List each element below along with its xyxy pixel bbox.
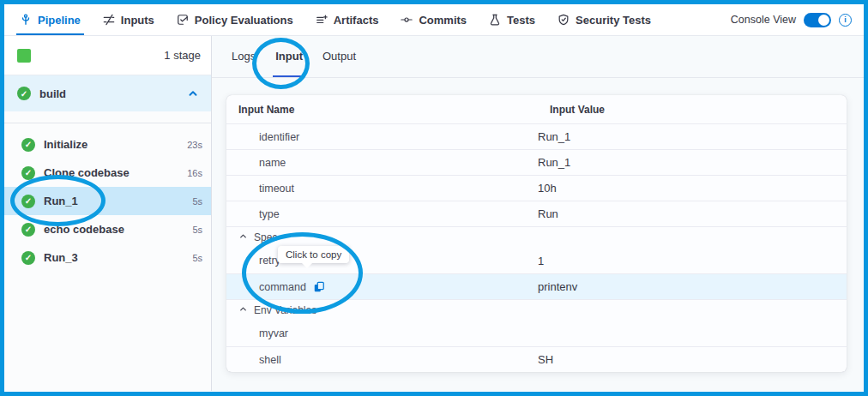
nav-tab-inputs[interactable]: Inputs (103, 4, 154, 35)
stage-row-build[interactable]: ✓ build (4, 75, 211, 111)
pipeline-icon (20, 14, 32, 26)
shield-icon (558, 14, 570, 26)
step-row-clone-codebase[interactable]: ✓ Clone codebase 16s (4, 159, 211, 187)
step-row-run-1[interactable]: ✓ Run_1 5s (4, 187, 211, 215)
step-row-run-3[interactable]: ✓ Run_3 5s (4, 243, 211, 272)
input-table-card: Input Name Input Value identifier Run_1 … (226, 95, 847, 372)
nav-tab-security-tests[interactable]: Security Tests (558, 4, 651, 35)
stage-name: build (39, 87, 66, 100)
console-view-toggle[interactable] (804, 13, 831, 27)
nav-tab-label: Pipeline (38, 14, 81, 27)
table-row-name: name Run_1 (226, 149, 847, 175)
table-header-row: Input Name Input Value (226, 95, 847, 123)
execution-sidebar: 1 stage ✓ build ✓ Initialize 23s ✓ Clone… (4, 36, 212, 391)
table-row-timeout: timeout 10h (226, 175, 847, 201)
step-detail-tabs: Logs Input Output (212, 36, 864, 78)
step-duration: 5s (192, 196, 202, 207)
step-duration: 5s (192, 225, 202, 235)
chevron-up-icon (238, 231, 248, 243)
table-row-identifier: identifier Run_1 (226, 123, 847, 149)
stage-status-square (17, 49, 31, 63)
tab-output[interactable]: Output (320, 50, 359, 77)
success-check-icon: ✓ (17, 87, 31, 100)
table-row-myvar: myvar (226, 321, 847, 346)
table-row-type: type Run (226, 201, 847, 226)
nav-tab-tests[interactable]: Tests (489, 4, 535, 35)
toggle-knob (818, 15, 829, 26)
nav-tab-policy-evaluations[interactable]: Policy Evaluations (177, 4, 293, 35)
success-check-icon: ✓ (21, 251, 35, 265)
step-duration: 16s (187, 168, 202, 178)
console-view-controls: Console View i (731, 4, 852, 35)
success-check-icon: ✓ (21, 195, 35, 208)
app-window: Pipeline Inputs Policy Evaluations Artif… (0, 0, 868, 396)
console-view-label: Console View (731, 14, 796, 26)
click-to-copy-tooltip: Click to copy (278, 246, 349, 263)
table-row-command: command printenv (226, 273, 847, 299)
top-navigation: Pipeline Inputs Policy Evaluations Artif… (4, 4, 864, 36)
artifacts-list-icon (316, 14, 328, 26)
flask-icon (489, 14, 501, 26)
step-row-initialize[interactable]: ✓ Initialize 23s (4, 130, 211, 159)
stage-summary-row: 1 stage (4, 36, 211, 75)
section-row-env-variables[interactable]: Env Variables (226, 299, 847, 321)
step-details-pane: Logs Input Output Input Name Input Value… (212, 36, 864, 391)
inputs-icon (103, 14, 115, 26)
nav-tab-artifacts[interactable]: Artifacts (316, 4, 379, 35)
nav-tab-label: Artifacts (334, 14, 379, 27)
tab-logs[interactable]: Logs (229, 50, 258, 77)
nav-tab-label: Security Tests (576, 14, 651, 27)
nav-tab-label: Inputs (121, 14, 154, 27)
content-area: 1 stage ✓ build ✓ Initialize 23s ✓ Clone… (4, 36, 864, 391)
success-check-icon: ✓ (21, 223, 35, 237)
chevron-up-icon[interactable] (187, 87, 199, 99)
nav-tab-pipeline[interactable]: Pipeline (20, 4, 81, 35)
info-icon[interactable]: i (839, 14, 852, 27)
nav-tab-label: Commits (419, 14, 467, 27)
step-duration: 23s (187, 140, 202, 150)
table-row-shell: shell SH (226, 346, 847, 372)
tab-input[interactable]: Input (273, 50, 305, 77)
step-duration: 5s (192, 253, 202, 263)
chevron-up-icon (238, 304, 248, 316)
column-header-input-name: Input Name (226, 104, 538, 116)
commit-icon (401, 14, 413, 26)
section-row-spec[interactable]: Spec (226, 226, 847, 248)
nav-tab-commits[interactable]: Commits (401, 4, 467, 35)
nav-tab-label: Tests (507, 14, 535, 27)
step-list: ✓ Initialize 23s ✓ Clone codebase 16s ✓ … (4, 123, 211, 272)
policy-check-icon (177, 14, 189, 26)
step-row-echo-codebase[interactable]: ✓ echo codebase 5s (4, 215, 211, 243)
column-header-input-value: Input Value (538, 104, 847, 116)
success-check-icon: ✓ (21, 166, 35, 180)
nav-tab-label: Policy Evaluations (195, 14, 293, 27)
copy-icon[interactable] (313, 281, 325, 293)
stage-count: 1 stage (164, 49, 201, 62)
success-check-icon: ✓ (21, 138, 35, 152)
